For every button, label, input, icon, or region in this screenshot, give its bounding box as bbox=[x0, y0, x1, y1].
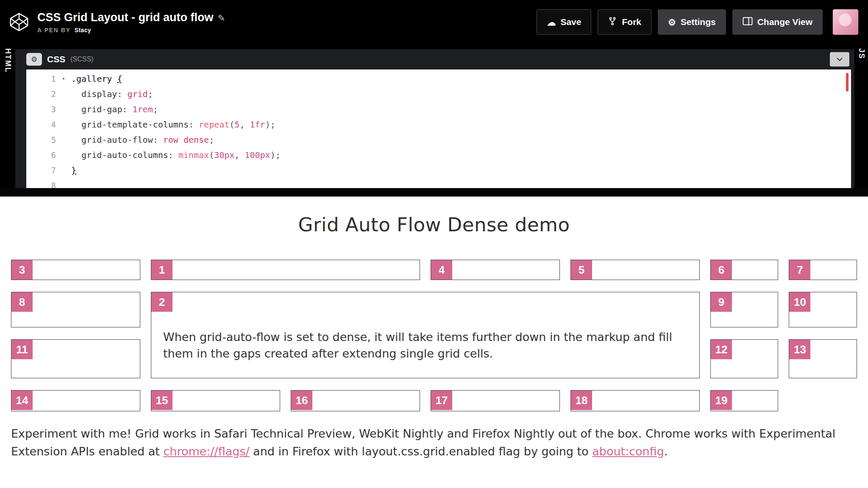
item-number-badge: 18 bbox=[571, 391, 592, 410]
settings-button-label: Settings bbox=[681, 17, 716, 27]
dense-explanation-text: When grid-auto-flow is set to dense, it … bbox=[151, 292, 699, 362]
fork-button[interactable]: Fork bbox=[598, 9, 651, 35]
grid-item-16: 16 bbox=[291, 390, 420, 411]
code-line[interactable]: 3 grid-gap: 1rem; bbox=[26, 102, 851, 117]
grid-item-3: 3 bbox=[11, 260, 140, 280]
preview-pane: Grid Auto Flow Dense demo 12When grid-au… bbox=[0, 197, 868, 488]
demo-title: Grid Auto Flow Dense demo bbox=[11, 197, 857, 236]
css-panel: ⚙ CSS (SCSS) 1▾.gallery {2 display: grid… bbox=[15, 49, 854, 188]
code-text: grid-auto-columns: minmax(30px, 100px); bbox=[71, 147, 281, 163]
item-number-badge: 6 bbox=[711, 260, 732, 280]
pen-title: CSS Grid Layout - grid auto flow bbox=[37, 11, 214, 24]
settings-button[interactable]: ⚙ Settings bbox=[658, 9, 726, 35]
item-number-badge: 14 bbox=[11, 391, 33, 410]
code-text: grid-template-columns: repeat(5, 1fr); bbox=[71, 117, 275, 132]
chevron-down-icon bbox=[836, 56, 843, 63]
change-view-icon bbox=[743, 17, 753, 28]
edit-pen-icon[interactable]: ✎ bbox=[218, 13, 225, 23]
js-panel-label: JS bbox=[857, 44, 866, 188]
cloud-icon: ☁ bbox=[547, 18, 556, 27]
grid-item-9: 9 bbox=[710, 292, 779, 327]
item-number-badge: 19 bbox=[711, 391, 732, 410]
line-number: 5 bbox=[26, 132, 56, 147]
js-panel-tab[interactable]: JS bbox=[854, 44, 868, 188]
fork-button-label: Fork bbox=[622, 17, 641, 27]
gear-icon: ⚙ bbox=[668, 18, 676, 27]
footer-note: Experiment with me! Grid works in Safari… bbox=[11, 425, 857, 460]
html-panel-tab[interactable]: HTML bbox=[0, 44, 15, 188]
save-button[interactable]: ☁ Save bbox=[537, 9, 591, 35]
fold-gutter bbox=[56, 147, 71, 163]
item-number-badge: 12 bbox=[711, 340, 732, 359]
pen-byline: A PEN BY Stacy bbox=[37, 27, 225, 33]
fold-gutter bbox=[56, 178, 71, 188]
code-line[interactable]: 2 display: grid; bbox=[26, 86, 851, 102]
grid-item-10: 10 bbox=[789, 292, 857, 327]
css-settings-gear-button[interactable]: ⚙ bbox=[26, 53, 42, 66]
code-text: grid-auto-flow: row dense; bbox=[71, 132, 214, 147]
demo-grid: 12When grid-auto-flow is set to dense, i… bbox=[11, 260, 857, 411]
grid-item-11: 11 bbox=[11, 339, 140, 378]
collapse-css-panel-button[interactable] bbox=[830, 52, 849, 67]
item-number-badge: 7 bbox=[789, 260, 810, 280]
grid-item-14: 14 bbox=[11, 390, 140, 411]
line-number: 3 bbox=[26, 102, 56, 117]
css-panel-header: ⚙ CSS (SCSS) bbox=[26, 49, 851, 69]
grid-item-7: 7 bbox=[789, 260, 857, 280]
fold-gutter bbox=[56, 86, 71, 102]
item-number-badge: 15 bbox=[151, 391, 172, 410]
grid-item-12: 12 bbox=[710, 339, 779, 378]
item-number-badge: 1 bbox=[151, 260, 172, 280]
grid-item-4: 4 bbox=[431, 260, 560, 280]
item-number-badge: 8 bbox=[11, 292, 33, 312]
code-line[interactable]: 1▾.gallery { bbox=[26, 71, 851, 86]
item-number-badge: 10 bbox=[789, 292, 810, 312]
line-number: 6 bbox=[26, 147, 56, 163]
item-number-badge: 11 bbox=[11, 340, 33, 359]
grid-item-17: 17 bbox=[431, 390, 560, 411]
item-number-badge: 4 bbox=[431, 260, 452, 280]
code-text: grid-gap: 1rem; bbox=[71, 102, 158, 117]
html-panel-label: HTML bbox=[3, 44, 12, 188]
code-line[interactable]: 4 grid-template-columns: repeat(5, 1fr); bbox=[26, 117, 851, 132]
line-number: 4 bbox=[26, 117, 56, 132]
editor-scrollbar-thumb[interactable] bbox=[846, 73, 849, 92]
item-number-badge: 2 bbox=[151, 292, 172, 312]
editor-preview-divider[interactable] bbox=[0, 188, 868, 197]
css-code-editor[interactable]: 1▾.gallery {2 display: grid;3 grid-gap: … bbox=[26, 69, 851, 188]
item-number-badge: 5 bbox=[571, 260, 592, 280]
link-chrome-flags[interactable]: chrome://flags/ bbox=[163, 445, 249, 458]
grid-item-6: 6 bbox=[710, 260, 779, 280]
author-name[interactable]: Stacy bbox=[75, 27, 91, 33]
fork-icon bbox=[608, 17, 617, 28]
link-about-config[interactable]: about:config bbox=[592, 445, 664, 458]
fold-arrow-icon[interactable]: ▾ bbox=[56, 71, 71, 86]
code-text: } bbox=[71, 163, 76, 178]
fold-gutter bbox=[56, 132, 71, 147]
line-number: 1 bbox=[26, 71, 56, 86]
grid-item-15: 15 bbox=[151, 390, 280, 411]
code-line[interactable]: 8 bbox=[26, 178, 851, 188]
line-number: 8 bbox=[26, 178, 56, 188]
code-line[interactable]: 7} bbox=[26, 163, 851, 178]
change-view-button[interactable]: Change View bbox=[732, 9, 823, 35]
user-avatar[interactable] bbox=[832, 9, 859, 35]
grid-item-1: 1 bbox=[151, 260, 420, 280]
change-view-button-label: Change View bbox=[757, 17, 812, 27]
grid-item-8: 8 bbox=[11, 292, 140, 327]
grid-item-19: 19 bbox=[710, 390, 779, 411]
item-number-badge: 9 bbox=[711, 292, 732, 312]
codepen-logo-icon[interactable] bbox=[9, 12, 30, 32]
fold-gutter bbox=[56, 117, 71, 132]
code-line[interactable]: 5 grid-auto-flow: row dense; bbox=[26, 132, 851, 147]
fold-gutter bbox=[56, 163, 71, 178]
css-panel-title: CSS bbox=[47, 54, 65, 64]
pen-title-block: CSS Grid Layout - grid auto flow ✎ A PEN… bbox=[37, 11, 225, 33]
item-number-badge: 3 bbox=[11, 260, 33, 280]
item-number-badge: 13 bbox=[789, 340, 810, 359]
line-number: 7 bbox=[26, 163, 56, 178]
code-line[interactable]: 6 grid-auto-columns: minmax(30px, 100px)… bbox=[26, 147, 851, 163]
item-number-badge: 17 bbox=[431, 391, 452, 410]
header-actions: ☁ Save Fork ⚙ Settings Change Vi bbox=[537, 9, 859, 35]
pen-by-label: A PEN BY bbox=[37, 27, 70, 33]
